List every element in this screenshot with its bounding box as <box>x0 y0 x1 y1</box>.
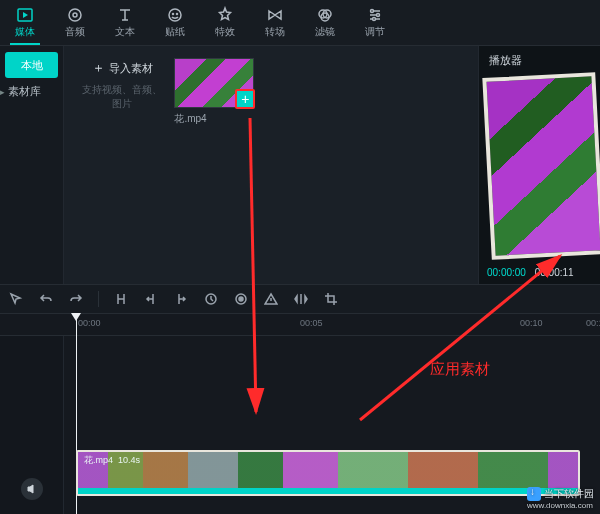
adjust-icon <box>366 6 384 24</box>
timeline-clip[interactable]: 花.mp4 10.4s <box>76 450 580 496</box>
sidebar-tab-library[interactable]: 素材库 <box>0 78 41 104</box>
ruler-tick: 00:00 <box>78 318 101 328</box>
clip-frames <box>78 452 578 488</box>
import-box: ＋导入素材 支持视频、音频、图片 <box>78 58 166 111</box>
select-tool-icon[interactable] <box>8 291 24 307</box>
import-hint: 支持视频、音频、图片 <box>78 83 166 111</box>
tab-transition[interactable]: 转场 <box>250 0 300 45</box>
add-to-timeline-button[interactable]: + <box>235 89 255 109</box>
tab-filter[interactable]: 滤镜 <box>300 0 350 45</box>
import-button[interactable]: ＋导入素材 <box>92 59 153 77</box>
delete-left-icon[interactable] <box>143 291 159 307</box>
svg-point-1 <box>69 9 81 21</box>
top-toolbar: 媒体 音频 文本 贴纸 特效 转场 滤镜 调节 <box>0 0 600 46</box>
svg-point-5 <box>177 14 178 15</box>
main-panel: 本地 素材库 ＋导入素材 支持视频、音频、图片 + 花.mp4 播放器 00:0… <box>0 46 600 284</box>
preview-panel: 播放器 00:00:00 00:00:11 <box>478 46 600 284</box>
ruler-tick: 00:05 <box>300 318 323 328</box>
delete-right-icon[interactable] <box>173 291 189 307</box>
media-area: ＋导入素材 支持视频、音频、图片 + 花.mp4 <box>64 46 478 284</box>
ruler-tick: 00:1 <box>586 318 600 328</box>
svg-point-14 <box>239 297 243 301</box>
filter-icon <box>316 6 334 24</box>
preview-time-dur: 00:00:11 <box>535 267 574 278</box>
tab-text[interactable]: 文本 <box>100 0 150 45</box>
watermark: 当下软件园 www.downxia.com <box>527 487 594 510</box>
crop-icon[interactable] <box>323 291 339 307</box>
svg-point-3 <box>169 9 181 21</box>
svg-point-11 <box>373 18 376 21</box>
audio-icon <box>66 6 84 24</box>
svg-point-10 <box>377 14 380 17</box>
sticker-icon <box>166 6 184 24</box>
tab-adjust[interactable]: 调节 <box>350 0 400 45</box>
split-icon[interactable] <box>113 291 129 307</box>
preview-time: 00:00:00 00:00:11 <box>479 263 600 284</box>
separator <box>98 291 99 307</box>
preview-time-cur: 00:00:00 <box>487 267 526 278</box>
tab-sticker[interactable]: 贴纸 <box>150 0 200 45</box>
tab-effect[interactable]: 特效 <box>200 0 250 45</box>
preview-title: 播放器 <box>479 46 600 75</box>
clip-thumbnail[interactable]: + <box>174 58 254 108</box>
preview-canvas[interactable] <box>482 72 600 260</box>
mute-button[interactable] <box>21 478 43 500</box>
svg-point-2 <box>73 13 77 17</box>
tab-media[interactable]: 媒体 <box>0 0 50 45</box>
clip-filename: 花.mp4 <box>174 112 254 126</box>
text-icon <box>116 6 134 24</box>
record-icon[interactable] <box>233 291 249 307</box>
video-track[interactable]: 花.mp4 10.4s <box>76 450 580 496</box>
redo-icon[interactable] <box>68 291 84 307</box>
undo-icon[interactable] <box>38 291 54 307</box>
alert-icon[interactable] <box>263 291 279 307</box>
plus-icon: ＋ <box>92 59 105 77</box>
watermark-icon <box>527 487 541 501</box>
track-header-column <box>0 336 64 514</box>
left-sidebar: 本地 素材库 <box>0 46 64 284</box>
tab-audio[interactable]: 音频 <box>50 0 100 45</box>
sidebar-tab-local[interactable]: 本地 <box>5 52 58 78</box>
timeline-ruler[interactable]: 00:00 00:05 00:10 00:1 <box>0 314 600 336</box>
effect-icon <box>216 6 234 24</box>
transition-icon <box>266 6 284 24</box>
svg-point-4 <box>173 14 174 15</box>
timeline[interactable]: 00:00 00:05 00:10 00:1 花.mp4 10.4s <box>0 314 600 514</box>
freeze-icon[interactable] <box>203 291 219 307</box>
media-clip[interactable]: + 花.mp4 <box>174 58 254 126</box>
svg-point-9 <box>371 10 374 13</box>
clip-title: 花.mp4 10.4s <box>84 454 140 467</box>
media-icon <box>16 6 34 24</box>
ruler-tick: 00:10 <box>520 318 543 328</box>
timeline-toolbar <box>0 284 600 314</box>
clip-audio-strip <box>78 488 578 494</box>
mirror-icon[interactable] <box>293 291 309 307</box>
